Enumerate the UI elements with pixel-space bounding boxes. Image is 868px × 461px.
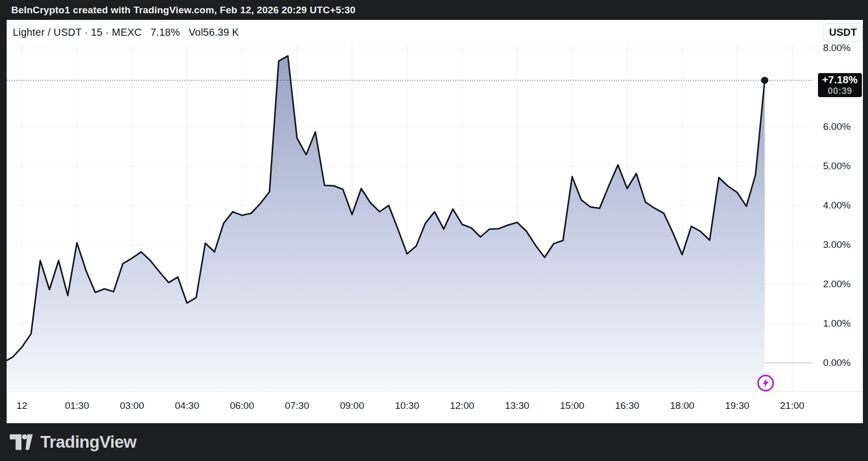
x-axis-label: 21:00 [780,400,805,411]
tradingview-footer: TradingView [0,423,868,461]
x-axis-label: 06:00 [230,400,254,411]
x-axis-label: 07:30 [285,400,309,411]
y-axis-label: 3.00% [823,239,862,250]
x-axis-label: 19:30 [725,400,750,411]
x-axis-label: 16:30 [615,400,639,411]
x-axis-label: 03:00 [120,400,144,411]
y-axis-label: 5.00% [823,160,862,172]
y-axis-label: 4.00% [823,200,862,211]
attribution-text: BeInCrypto1 created with TradingView.com… [11,5,355,16]
x-axis-label: 12:00 [450,400,474,411]
currency-button[interactable]: USDT [823,23,863,42]
page: BeInCrypto1 created with TradingView.com… [0,0,868,461]
x-axis-label: 18:00 [670,400,694,411]
y-axis-label: 2.00% [823,279,862,290]
chart-card: Lighter / USDT · 15 · MEXC 7.18% Vol56.3… [7,20,863,423]
volume-value: Vol56.39 K [188,27,239,38]
x-axis-label: 04:30 [175,400,199,411]
x-axis-label: 12 [16,400,27,411]
change-value: 7.18% [151,27,180,38]
y-axis-label: 6.00% [823,121,862,132]
x-axis-label: 13:30 [505,400,529,411]
tradingview-wordmark[interactable]: TradingView [40,432,136,452]
lightning-icon[interactable] [756,374,775,393]
x-axis-label: 01:30 [65,400,89,411]
symbol-title: Lighter / USDT · 15 · MEXC [13,27,142,38]
last-price-change: +7.18% [822,74,858,86]
bar-countdown: 00:39 [828,86,852,96]
x-axis-label: 15:00 [560,400,585,411]
x-axis-label: 09:00 [340,400,365,411]
y-axis-label: 1.00% [823,318,862,329]
y-axis-label: 0.00% [823,357,862,368]
tradingview-mark[interactable] [10,434,33,450]
x-axis-label: 10:30 [395,400,419,411]
chart-header: Lighter / USDT · 15 · MEXC 7.18% Vol56.3… [13,25,239,39]
chart-canvas[interactable] [7,20,863,423]
last-price-tag: +7.18% 00:39 [818,73,862,97]
y-axis-label: 8.00% [823,42,862,54]
attribution-bar: BeInCrypto1 created with TradingView.com… [0,0,868,20]
